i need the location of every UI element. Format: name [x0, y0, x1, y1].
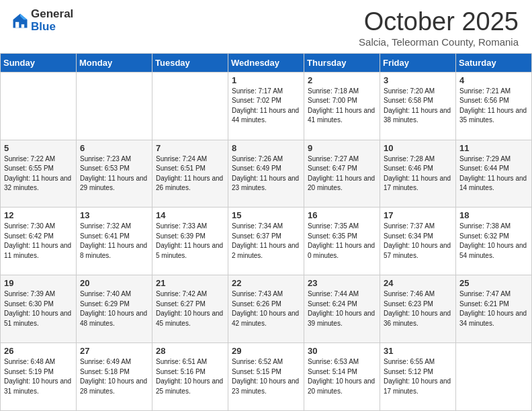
table-row: 22Sunrise: 7:43 AM Sunset: 6:26 PM Dayli… — [228, 275, 304, 343]
table-row: 31Sunrise: 6:55 AM Sunset: 5:12 PM Dayli… — [380, 343, 456, 411]
month-title: October 2025 — [359, 8, 519, 36]
logo-text: General Blue — [31, 8, 73, 33]
location-subtitle: Salcia, Teleorman County, Romania — [359, 36, 519, 48]
table-row: 11Sunrise: 7:29 AM Sunset: 6:44 PM Dayli… — [456, 140, 532, 208]
calendar-week-row: 26Sunrise: 6:48 AM Sunset: 5:19 PM Dayli… — [1, 343, 532, 411]
day-info: Sunrise: 7:32 AM Sunset: 6:41 PM Dayligh… — [80, 222, 148, 261]
table-row: 1Sunrise: 7:17 AM Sunset: 7:02 PM Daylig… — [228, 72, 304, 140]
day-info: Sunrise: 7:28 AM Sunset: 6:46 PM Dayligh… — [384, 154, 452, 193]
day-info: Sunrise: 7:37 AM Sunset: 6:34 PM Dayligh… — [384, 222, 452, 261]
table-row: 6Sunrise: 7:23 AM Sunset: 6:53 PM Daylig… — [77, 140, 152, 208]
day-info: Sunrise: 7:38 AM Sunset: 6:32 PM Dayligh… — [459, 222, 528, 261]
day-info: Sunrise: 7:44 AM Sunset: 6:24 PM Dayligh… — [308, 289, 376, 328]
day-info: Sunrise: 7:21 AM Sunset: 6:56 PM Dayligh… — [459, 87, 528, 126]
day-number: 5 — [4, 143, 73, 153]
calendar-header-row: Sunday Monday Tuesday Wednesday Thursday… — [1, 53, 532, 72]
day-number: 26 — [4, 346, 73, 356]
table-row: 24Sunrise: 7:46 AM Sunset: 6:23 PM Dayli… — [380, 275, 456, 343]
table-row: 21Sunrise: 7:42 AM Sunset: 6:27 PM Dayli… — [152, 275, 228, 343]
day-info: Sunrise: 7:39 AM Sunset: 6:30 PM Dayligh… — [4, 289, 73, 328]
day-number: 1 — [232, 75, 300, 85]
table-row: 20Sunrise: 7:40 AM Sunset: 6:29 PM Dayli… — [77, 275, 152, 343]
table-row: 15Sunrise: 7:34 AM Sunset: 6:37 PM Dayli… — [228, 208, 304, 275]
day-info: Sunrise: 6:52 AM Sunset: 5:15 PM Dayligh… — [232, 357, 300, 396]
day-info: Sunrise: 7:47 AM Sunset: 6:21 PM Dayligh… — [459, 289, 528, 328]
day-info: Sunrise: 7:33 AM Sunset: 6:39 PM Dayligh… — [156, 222, 224, 261]
day-number: 29 — [232, 346, 300, 356]
calendar-week-row: 19Sunrise: 7:39 AM Sunset: 6:30 PM Dayli… — [1, 275, 532, 343]
col-thursday: Thursday — [304, 53, 380, 72]
table-row: 12Sunrise: 7:30 AM Sunset: 6:42 PM Dayli… — [1, 208, 77, 275]
day-info: Sunrise: 7:23 AM Sunset: 6:53 PM Dayligh… — [80, 154, 148, 193]
day-info: Sunrise: 7:24 AM Sunset: 6:51 PM Dayligh… — [156, 154, 224, 193]
table-row: 25Sunrise: 7:47 AM Sunset: 6:21 PM Dayli… — [456, 275, 532, 343]
day-info: Sunrise: 7:26 AM Sunset: 6:49 PM Dayligh… — [232, 154, 300, 193]
col-friday: Friday — [380, 53, 456, 72]
calendar-table: Sunday Monday Tuesday Wednesday Thursday… — [0, 53, 532, 411]
day-info: Sunrise: 7:34 AM Sunset: 6:37 PM Dayligh… — [232, 222, 300, 261]
day-info: Sunrise: 7:46 AM Sunset: 6:23 PM Dayligh… — [384, 289, 452, 328]
logo-blue-text: Blue — [31, 21, 73, 34]
day-number: 11 — [459, 143, 528, 153]
col-saturday: Saturday — [456, 53, 532, 72]
day-info: Sunrise: 7:30 AM Sunset: 6:42 PM Dayligh… — [4, 222, 73, 261]
day-info: Sunrise: 7:22 AM Sunset: 6:55 PM Dayligh… — [4, 154, 73, 193]
day-number: 14 — [156, 210, 224, 220]
day-number: 23 — [308, 278, 376, 288]
table-row: 17Sunrise: 7:37 AM Sunset: 6:34 PM Dayli… — [380, 208, 456, 275]
calendar-week-row: 5Sunrise: 7:22 AM Sunset: 6:55 PM Daylig… — [1, 140, 532, 208]
logo-general-text: General — [31, 8, 73, 21]
table-row: 2Sunrise: 7:18 AM Sunset: 7:00 PM Daylig… — [304, 72, 380, 140]
table-row — [152, 72, 228, 140]
day-info: Sunrise: 6:48 AM Sunset: 5:19 PM Dayligh… — [4, 357, 73, 396]
col-wednesday: Wednesday — [228, 53, 304, 72]
col-sunday: Sunday — [1, 53, 77, 72]
table-row: 29Sunrise: 6:52 AM Sunset: 5:15 PM Dayli… — [228, 343, 304, 411]
day-number: 27 — [80, 346, 148, 356]
day-number: 25 — [459, 278, 528, 288]
table-row: 4Sunrise: 7:21 AM Sunset: 6:56 PM Daylig… — [456, 72, 532, 140]
day-number: 24 — [384, 278, 452, 288]
day-number: 12 — [4, 210, 73, 220]
title-block: October 2025 Salcia, Teleorman County, R… — [359, 8, 519, 48]
table-row: 30Sunrise: 6:53 AM Sunset: 5:14 PM Dayli… — [304, 343, 380, 411]
day-number: 2 — [308, 75, 376, 85]
day-info: Sunrise: 7:40 AM Sunset: 6:29 PM Dayligh… — [80, 289, 148, 328]
page: General Blue October 2025 Salcia, Teleor… — [0, 0, 532, 411]
day-info: Sunrise: 6:51 AM Sunset: 5:16 PM Dayligh… — [156, 357, 224, 396]
table-row: 23Sunrise: 7:44 AM Sunset: 6:24 PM Dayli… — [304, 275, 380, 343]
day-number: 28 — [156, 346, 224, 356]
day-number: 19 — [4, 278, 73, 288]
day-info: Sunrise: 6:53 AM Sunset: 5:14 PM Dayligh… — [308, 357, 376, 396]
calendar-week-row: 12Sunrise: 7:30 AM Sunset: 6:42 PM Dayli… — [1, 208, 532, 275]
table-row: 3Sunrise: 7:20 AM Sunset: 6:58 PM Daylig… — [380, 72, 456, 140]
col-tuesday: Tuesday — [152, 53, 228, 72]
day-info: Sunrise: 7:18 AM Sunset: 7:00 PM Dayligh… — [308, 87, 376, 126]
day-info: Sunrise: 7:17 AM Sunset: 7:02 PM Dayligh… — [232, 87, 300, 126]
table-row — [456, 343, 532, 411]
table-row: 28Sunrise: 6:51 AM Sunset: 5:16 PM Dayli… — [152, 343, 228, 411]
table-row: 5Sunrise: 7:22 AM Sunset: 6:55 PM Daylig… — [1, 140, 77, 208]
day-number: 13 — [80, 210, 148, 220]
day-info: Sunrise: 7:29 AM Sunset: 6:44 PM Dayligh… — [459, 154, 528, 193]
calendar-week-row: 1Sunrise: 7:17 AM Sunset: 7:02 PM Daylig… — [1, 72, 532, 140]
day-info: Sunrise: 7:42 AM Sunset: 6:27 PM Dayligh… — [156, 289, 224, 328]
table-row: 7Sunrise: 7:24 AM Sunset: 6:51 PM Daylig… — [152, 140, 228, 208]
day-info: Sunrise: 6:49 AM Sunset: 5:18 PM Dayligh… — [80, 357, 148, 396]
day-info: Sunrise: 7:20 AM Sunset: 6:58 PM Dayligh… — [384, 87, 452, 126]
day-number: 18 — [459, 210, 528, 220]
table-row: 8Sunrise: 7:26 AM Sunset: 6:49 PM Daylig… — [228, 140, 304, 208]
table-row: 26Sunrise: 6:48 AM Sunset: 5:19 PM Dayli… — [1, 343, 77, 411]
table-row: 10Sunrise: 7:28 AM Sunset: 6:46 PM Dayli… — [380, 140, 456, 208]
svg-rect-2 — [15, 21, 19, 28]
table-row — [77, 72, 152, 140]
day-number: 31 — [384, 346, 452, 356]
svg-rect-3 — [21, 24, 24, 28]
day-number: 8 — [232, 143, 300, 153]
day-number: 22 — [232, 278, 300, 288]
logo-icon — [11, 11, 30, 30]
day-number: 17 — [384, 210, 452, 220]
day-number: 15 — [232, 210, 300, 220]
day-number: 9 — [308, 143, 376, 153]
day-number: 16 — [308, 210, 376, 220]
